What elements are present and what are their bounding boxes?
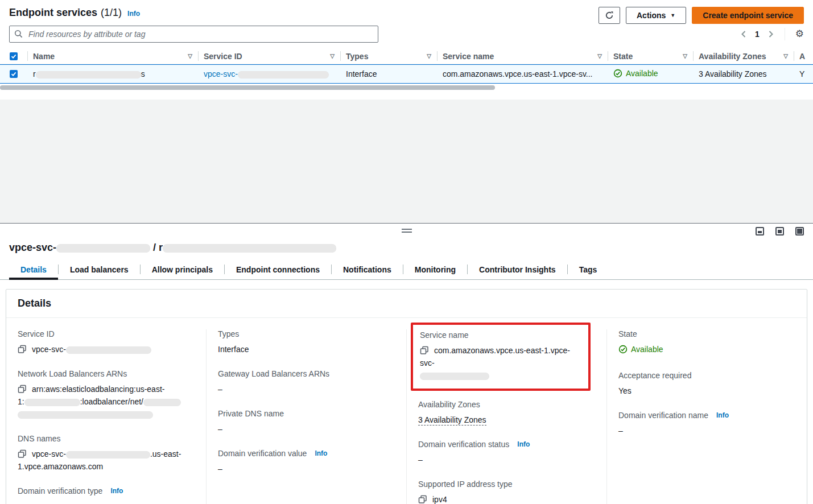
row-types-cell: Interface [340, 69, 437, 79]
create-endpoint-service-button[interactable]: Create endpoint service [692, 7, 804, 24]
refresh-button[interactable] [599, 7, 620, 24]
info-link[interactable]: Info [127, 10, 140, 18]
pagination: 1 ⚙ [740, 28, 804, 40]
detail-split-panel: vpce-svc- / r Details Load balancers All… [0, 223, 813, 504]
search-icon [14, 30, 23, 38]
field-label-text: State [618, 329, 637, 338]
tab-contributor-insights[interactable]: Contributor Insights [468, 259, 567, 279]
redacted-name [36, 71, 141, 79]
column-header-availability-zones[interactable]: Availability Zones ▽ [693, 48, 794, 64]
row-checkbox-checked[interactable] [10, 70, 18, 78]
search-input[interactable] [27, 29, 373, 39]
ip-type-value: ipv4 [432, 495, 447, 504]
panel-half-size-icon[interactable] [775, 227, 784, 236]
search-box[interactable] [9, 26, 378, 43]
field-label-text: Domain verification value [218, 449, 307, 458]
column-header-service-name[interactable]: Service name ▽ [437, 48, 608, 64]
filter-icon[interactable]: ▽ [783, 53, 788, 59]
field-label-text: DNS names [18, 434, 60, 443]
column-header-acceptance-cutoff[interactable]: A [794, 48, 813, 64]
panel-size-controls [756, 227, 804, 236]
types-value: Interface [218, 343, 395, 356]
field-label-text: Acceptance required [618, 371, 691, 380]
horizontal-scrollbar-thumb[interactable] [0, 85, 495, 90]
preferences-gear-icon[interactable]: ⚙ [795, 29, 804, 39]
table-row[interactable]: rs vpce-svc- Interface com.amazonaws.vpc… [0, 64, 813, 84]
refresh-icon [605, 11, 614, 20]
service-name-value: com.amazonaws.vpce.us-east-1.vpce-svc- [420, 346, 570, 367]
redacted-service-id [66, 346, 151, 354]
copy-icon[interactable] [420, 346, 429, 355]
info-link[interactable]: Info [110, 487, 123, 495]
tab-load-balancers[interactable]: Load balancers [59, 259, 140, 279]
next-page-icon[interactable] [767, 30, 774, 38]
endpoint-services-list-section: Endpoint services (1/1) Info Actions ▼ C… [0, 0, 813, 100]
checkbox-checked-icon[interactable] [10, 52, 18, 60]
column-label: Availability Zones [699, 52, 766, 61]
tab-notifications[interactable]: Notifications [332, 259, 403, 279]
panel-title-separator: / [153, 242, 156, 253]
empty-value-dash: – [618, 424, 795, 437]
dns-prefix: vpce-svc- [32, 449, 66, 458]
redacted-lb-name [143, 399, 181, 406]
info-link[interactable]: Info [517, 440, 530, 448]
create-endpoint-service-label: Create endpoint service [703, 11, 793, 20]
filter-icon[interactable]: ▽ [188, 53, 192, 59]
page-title-group: Endpoint services (1/1) Info [9, 7, 140, 19]
field-label-text: Gateway Load Balancers ARNs [218, 369, 329, 378]
row-checkbox-cell [0, 70, 27, 78]
panel-title: vpce-svc- / r [0, 241, 813, 259]
field-domain-verification-status: Domain verification status Info – [418, 440, 595, 466]
actions-button[interactable]: Actions ▼ [626, 7, 686, 24]
row-name-fragment: s [141, 69, 145, 79]
panel-full-size-icon[interactable] [795, 227, 804, 236]
field-label-text: Types [218, 329, 239, 338]
previous-page-icon[interactable] [740, 30, 747, 38]
copy-icon[interactable] [18, 345, 27, 354]
empty-value-dash: – [18, 500, 195, 504]
redacted-dns [66, 451, 150, 458]
panel-title-fragment: r [159, 242, 163, 253]
field-types: Types Interface [218, 329, 395, 356]
tab-label: Load balancers [70, 265, 129, 274]
tab-endpoint-connections[interactable]: Endpoint connections [225, 259, 331, 279]
tab-monitoring[interactable]: Monitoring [403, 259, 467, 279]
tab-label: Notifications [343, 265, 391, 274]
current-page-number[interactable]: 1 [755, 30, 760, 39]
empty-value-dash: – [418, 453, 595, 466]
tab-tags[interactable]: Tags [568, 259, 609, 279]
filter-icon[interactable]: ▽ [597, 53, 602, 59]
dns-line2: 1.vpce.amazonaws.com [18, 462, 103, 471]
service-id-prefix: vpce-svc- [32, 345, 66, 354]
service-id-link[interactable]: vpce-svc- [204, 69, 329, 79]
column-header-types[interactable]: Types ▽ [340, 48, 437, 64]
availability-zones-link[interactable]: 3 Availability Zones [418, 415, 486, 425]
horizontal-scrollbar [0, 85, 813, 90]
redacted-lb-id [18, 411, 153, 419]
info-link[interactable]: Info [315, 449, 327, 457]
row-name-cell: rs [27, 69, 198, 79]
select-all-checkbox[interactable] [0, 48, 27, 64]
actions-button-label: Actions [637, 11, 666, 20]
tab-label: Monitoring [415, 265, 456, 274]
panel-bottom-position-icon[interactable] [756, 227, 764, 236]
info-link[interactable]: Info [716, 411, 729, 419]
header-actions: Actions ▼ Create endpoint service [599, 7, 804, 24]
filter-icon[interactable]: ▽ [683, 53, 687, 59]
field-domain-verification-type: Domain verification type Info – [18, 486, 195, 504]
tab-allow-principals[interactable]: Allow principals [141, 259, 224, 279]
panel-resize-handle[interactable] [402, 229, 412, 234]
column-label: Types [346, 52, 368, 61]
copy-icon[interactable] [18, 449, 27, 458]
column-header-state[interactable]: State ▽ [608, 48, 693, 64]
copy-icon[interactable] [18, 385, 27, 394]
filter-icon[interactable]: ▽ [330, 53, 335, 59]
tab-details[interactable]: Details [9, 259, 58, 279]
column-header-name[interactable]: Name ▽ [27, 48, 198, 64]
available-status-icon [613, 69, 622, 78]
filter-icon[interactable]: ▽ [427, 53, 431, 59]
empty-value-dash: – [218, 462, 395, 475]
availability-zones-link[interactable]: 3 Availability Zones [699, 69, 767, 79]
copy-icon[interactable] [418, 495, 427, 504]
column-header-service-id[interactable]: Service ID ▽ [198, 48, 340, 64]
